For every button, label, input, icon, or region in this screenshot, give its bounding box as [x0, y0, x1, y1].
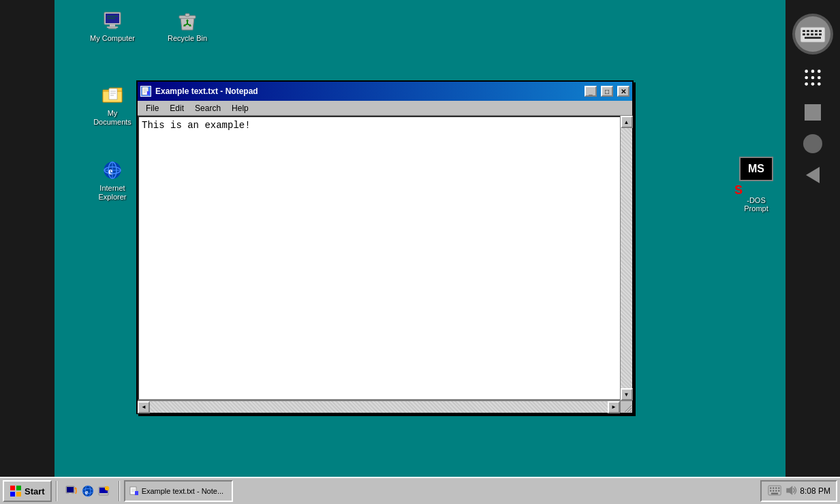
svg-point-52	[811, 82, 815, 86]
svg-rect-3	[110, 25, 115, 27]
menu-help[interactable]: Help	[226, 102, 254, 114]
menu-edit[interactable]: Edit	[164, 102, 189, 114]
notepad-window: Example text.txt - Notepad _ □ ✕ File Ed…	[136, 80, 634, 414]
msdos-label: Prompt	[729, 204, 783, 212]
svg-text:e: e	[85, 488, 89, 496]
scroll-up-button[interactable]: ▲	[621, 116, 633, 128]
svg-rect-28	[147, 91, 150, 95]
svg-marker-85	[787, 486, 793, 495]
svg-rect-83	[778, 490, 779, 491]
system-clock: 8:08 PM	[800, 486, 830, 496]
svg-rect-41	[811, 33, 813, 35]
svg-rect-34	[803, 30, 805, 32]
svg-point-53	[818, 82, 821, 86]
svg-rect-39	[803, 33, 805, 35]
tray-icon-keyboard[interactable]	[767, 485, 782, 498]
svg-point-51	[805, 82, 808, 86]
desktop: My Computer Recycle Bin	[55, 0, 790, 477]
svg-rect-36	[811, 30, 813, 32]
taskbar-icon-ie[interactable]: e	[80, 484, 95, 499]
svg-point-50	[818, 76, 821, 80]
svg-rect-44	[805, 37, 821, 39]
taskbar-icon-channels[interactable]	[97, 484, 112, 499]
notepad-menubar: File Edit Search Help	[138, 101, 632, 116]
notepad-textarea[interactable]	[138, 116, 632, 400]
taskbar: Start e	[0, 477, 840, 504]
menu-file[interactable]: File	[140, 102, 164, 114]
desktop-icon-my-computer[interactable]: My Computer	[85, 7, 140, 46]
svg-rect-54	[10, 486, 15, 490]
taskbar-active-window[interactable]: Example text.txt - Note...	[124, 480, 233, 502]
svg-rect-55	[16, 486, 21, 490]
svg-rect-11	[185, 14, 189, 16]
svg-rect-61	[67, 494, 73, 495]
vertical-scrollbar[interactable]: ▲ ▼	[620, 116, 632, 400]
scroll-down-button[interactable]: ▼	[621, 388, 633, 400]
svg-rect-60	[69, 493, 72, 494]
scroll-track-v[interactable]	[621, 128, 632, 388]
svg-rect-40	[807, 33, 809, 35]
svg-rect-56	[10, 492, 15, 497]
notepad-titlebar[interactable]: Example text.txt - Notepad _ □ ✕	[138, 82, 632, 101]
taskbar-divider-1	[56, 481, 57, 501]
svg-rect-59	[67, 487, 74, 492]
recycle-bin-label: Recycle Bin	[168, 34, 207, 43]
svg-point-45	[805, 69, 808, 73]
msdos-icon[interactable]: MS S ‑DOS Prompt	[729, 157, 783, 212]
my-computer-icon	[102, 10, 123, 31]
desktop-icon-recycle-bin[interactable]: Recycle Bin	[160, 7, 215, 46]
notepad-title: Example text.txt - Notepad	[155, 86, 580, 96]
desktop-icon-my-documents[interactable]: My Documents	[85, 82, 140, 129]
svg-rect-57	[16, 492, 21, 497]
minimize-button[interactable]: _	[585, 86, 597, 97]
svg-rect-79	[778, 487, 779, 488]
notepad-title-icon	[140, 86, 151, 97]
my-documents-label: My Documents	[88, 109, 137, 127]
grid-button[interactable]	[803, 68, 822, 91]
svg-rect-80	[770, 490, 771, 491]
svg-rect-84	[771, 492, 778, 494]
scroll-left-button[interactable]: ◄	[138, 401, 150, 413]
taskbar-notepad-icon	[129, 486, 139, 496]
svg-rect-13	[109, 89, 117, 99]
start-label: Start	[25, 486, 45, 497]
svg-rect-37	[815, 30, 818, 32]
menu-search[interactable]: Search	[189, 102, 226, 114]
desktop-icon-internet-explorer[interactable]: e Internet Explorer	[85, 157, 140, 204]
svg-rect-82	[775, 490, 777, 491]
svg-marker-62	[74, 487, 77, 489]
svg-rect-76	[770, 487, 771, 488]
circle-button[interactable]	[803, 134, 822, 153]
keyboard-button[interactable]	[792, 14, 833, 54]
svg-point-46	[811, 69, 815, 73]
taskbar-icon-refresh[interactable]	[64, 484, 79, 499]
close-button[interactable]: ✕	[617, 86, 629, 97]
quick-launch: e	[61, 484, 114, 499]
svg-text:e: e	[108, 166, 112, 176]
svg-rect-42	[815, 33, 818, 35]
maximize-button[interactable]: □	[601, 86, 613, 97]
svg-rect-78	[775, 487, 777, 488]
svg-point-49	[811, 76, 815, 80]
right-panel	[785, 0, 840, 477]
system-tray: 8:08 PM	[760, 480, 837, 502]
tray-icon-volume[interactable]	[785, 484, 797, 499]
start-button[interactable]: Start	[3, 480, 52, 502]
svg-rect-77	[773, 487, 774, 488]
recycle-bin-icon	[176, 10, 198, 31]
internet-explorer-label: Internet Explorer	[88, 184, 137, 202]
taskbar-divider-2	[119, 481, 120, 501]
square-button[interactable]	[805, 104, 821, 121]
horizontal-scrollbar[interactable]: ◄ ►	[138, 400, 620, 413]
windows-logo	[10, 485, 22, 497]
svg-rect-74	[135, 491, 138, 495]
scroll-right-button[interactable]: ►	[608, 401, 620, 413]
svg-rect-35	[807, 30, 809, 32]
svg-rect-38	[819, 30, 822, 32]
back-button[interactable]	[806, 167, 820, 183]
scroll-track-h[interactable]	[150, 401, 608, 413]
left-panel	[0, 0, 55, 477]
svg-line-31	[630, 411, 632, 412]
scroll-corner	[620, 400, 632, 413]
svg-rect-43	[819, 33, 822, 35]
